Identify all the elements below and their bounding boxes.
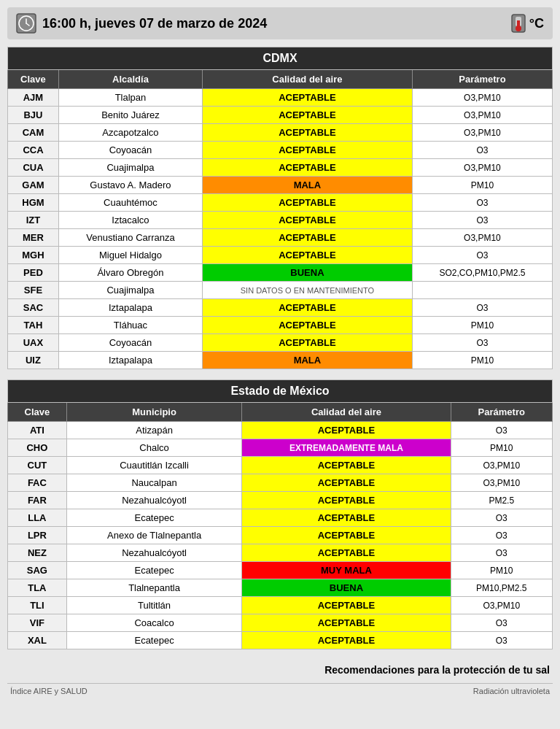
municipio-cell: Cuautitlán Izcalli bbox=[66, 457, 242, 474]
clave-cell: CHO bbox=[8, 439, 67, 457]
parametro-cell: O3 bbox=[451, 509, 553, 527]
clave-cell: NEZ bbox=[8, 544, 67, 562]
clave-cell: CUT bbox=[8, 457, 67, 474]
table-row: LPRAnexo de TlalnepantlaACEPTABLEO3 bbox=[8, 527, 553, 544]
alcaldia-cell: Cuajimalpa bbox=[58, 282, 202, 299]
edomex-col-municipio: Municipio bbox=[66, 403, 242, 422]
clave-cell: UAX bbox=[8, 334, 59, 352]
parametro-cell: O3,PM10 bbox=[412, 159, 552, 177]
clave-cell: CAM bbox=[8, 124, 59, 142]
table-row: NEZNezahualcóyotlACEPTABLEO3 bbox=[8, 544, 553, 562]
calidad-cell: ACEPTABLE bbox=[202, 247, 412, 264]
clave-cell: SAG bbox=[8, 562, 67, 579]
municipio-cell: Nezahualcóyotl bbox=[66, 492, 242, 509]
clave-cell: PED bbox=[8, 264, 59, 282]
table-row: PEDÁlvaro ObregónBUENASO2,CO,PM10,PM2.5 bbox=[8, 264, 553, 282]
cdmx-col-alcaldia: Alcaldía bbox=[58, 70, 202, 89]
edomex-table: Estado de México Clave Municipio Calidad… bbox=[7, 379, 553, 649]
calidad-cell: ACEPTABLE bbox=[202, 194, 412, 212]
edomex-section: Estado de México Clave Municipio Calidad… bbox=[7, 379, 553, 649]
clave-cell: TLI bbox=[8, 597, 67, 614]
clave-cell: SAC bbox=[8, 299, 59, 317]
edomex-col-calidad: Calidad del aire bbox=[242, 403, 451, 422]
footer-bottom: Índice AIRE y SALUD Radiación ultraviole… bbox=[7, 683, 553, 698]
table-row: CAMAzcapotzalcoACEPTABLEO3,PM10 bbox=[8, 124, 553, 142]
table-row: UIZIztapalapaMALAPM10 bbox=[8, 352, 553, 369]
parametro-cell: O3 bbox=[451, 527, 553, 544]
cdmx-col-calidad: Calidad del aire bbox=[202, 70, 412, 89]
municipio-cell: Ecatepec bbox=[66, 562, 242, 579]
parametro-cell: O3,PM10 bbox=[412, 124, 552, 142]
svg-rect-7 bbox=[517, 20, 520, 28]
cdmx-table: CDMX Clave Alcaldía Calidad del aire Par… bbox=[7, 47, 553, 369]
alcaldia-cell: Iztapalapa bbox=[58, 299, 202, 317]
parametro-cell: O3 bbox=[451, 544, 553, 562]
clave-cell: XAL bbox=[8, 632, 67, 649]
calidad-cell: ACEPTABLE bbox=[202, 334, 412, 352]
table-row: TAHTláhuacACEPTABLEPM10 bbox=[8, 317, 553, 334]
table-row: CUACuajimalpaACEPTABLEO3,PM10 bbox=[8, 159, 553, 177]
table-row: FACNaucalpanACEPTABLEO3,PM10 bbox=[8, 474, 553, 492]
cdmx-col-clave: Clave bbox=[8, 70, 59, 89]
calidad-cell: SIN DATOS O EN MANTENIMIENTO bbox=[202, 282, 412, 299]
calidad-cell: ACEPTABLE bbox=[202, 124, 412, 142]
edomex-title: Estado de México bbox=[8, 380, 553, 403]
footer-right: Radiación ultravioleta bbox=[473, 687, 550, 695]
calidad-cell: EXTREMADAMENTE MALA bbox=[242, 439, 451, 457]
calidad-cell: MALA bbox=[202, 352, 412, 369]
parametro-cell: O3,PM10 bbox=[412, 107, 552, 124]
table-row: MGHMiguel HidalgoACEPTABLEO3 bbox=[8, 247, 553, 264]
parametro-cell: O3,PM10 bbox=[412, 229, 552, 247]
calidad-cell: ACEPTABLE bbox=[202, 317, 412, 334]
table-row: CCACoyoacánACEPTABLEO3 bbox=[8, 142, 553, 159]
parametro-cell bbox=[412, 282, 552, 299]
calidad-cell: ACEPTABLE bbox=[242, 614, 451, 632]
calidad-cell: ACEPTABLE bbox=[242, 422, 451, 439]
footer-left: Índice AIRE y SALUD bbox=[10, 687, 88, 695]
calidad-cell: ACEPTABLE bbox=[242, 527, 451, 544]
alcaldia-cell: Venustiano Carranza bbox=[58, 229, 202, 247]
parametro-cell: O3 bbox=[451, 614, 553, 632]
clave-cell: TLA bbox=[8, 579, 67, 597]
table-row: BJUBenito JuárezACEPTABLEO3,PM10 bbox=[8, 107, 553, 124]
edomex-col-parametro: Parámetro bbox=[451, 403, 553, 422]
parametro-cell: O3,PM10 bbox=[451, 474, 553, 492]
clave-cell: ATI bbox=[8, 422, 67, 439]
alcaldia-cell: Álvaro Obregón bbox=[58, 264, 202, 282]
table-row: VIFCoacalcoACEPTABLEO3 bbox=[8, 614, 553, 632]
municipio-cell: Atizapán bbox=[66, 422, 242, 439]
parametro-cell: O3 bbox=[412, 212, 552, 229]
clave-cell: CCA bbox=[8, 142, 59, 159]
calidad-cell: ACEPTABLE bbox=[202, 212, 412, 229]
alcaldia-cell: Miguel Hidalgo bbox=[58, 247, 202, 264]
clave-cell: UIZ bbox=[8, 352, 59, 369]
alcaldia-cell: Cuajimalpa bbox=[58, 159, 202, 177]
parametro-cell: O3,PM10 bbox=[451, 457, 553, 474]
table-row: TLATlalnepantlaBUENAPM10,PM2.5 bbox=[8, 579, 553, 597]
calidad-cell: ACEPTABLE bbox=[202, 142, 412, 159]
table-row: AJMTlalpanACEPTABLEO3,PM10 bbox=[8, 89, 553, 107]
alcaldia-cell: Coyoacán bbox=[58, 142, 202, 159]
header-datetime: 16:00 h, jueves 07 de marzo de 2024 bbox=[42, 16, 267, 31]
parametro-cell: SO2,CO,PM10,PM2.5 bbox=[412, 264, 552, 282]
parametro-cell: O3,PM10 bbox=[412, 89, 552, 107]
calidad-cell: MALA bbox=[202, 177, 412, 194]
table-row: GAMGustavo A. MaderoMALAPM10 bbox=[8, 177, 553, 194]
parametro-cell: O3 bbox=[412, 247, 552, 264]
header-right: °C bbox=[510, 13, 544, 34]
alcaldia-cell: Iztapalapa bbox=[58, 352, 202, 369]
clave-cell: FAC bbox=[8, 474, 67, 492]
calidad-cell: ACEPTABLE bbox=[242, 632, 451, 649]
table-row: IZTIztacalcoACEPTABLEO3 bbox=[8, 212, 553, 229]
clave-cell: CUA bbox=[8, 159, 59, 177]
footer-recommendation: Recomendaciones para la protección de tu… bbox=[7, 660, 553, 680]
header-bar: 16:00 h, jueves 07 de marzo de 2024 °C bbox=[7, 7, 553, 39]
alcaldia-cell: Tlalpan bbox=[58, 89, 202, 107]
header-left: 16:00 h, jueves 07 de marzo de 2024 bbox=[16, 13, 267, 34]
table-row: ATIAtizapánACEPTABLEO3 bbox=[8, 422, 553, 439]
parametro-cell: O3 bbox=[412, 299, 552, 317]
clave-cell: HGM bbox=[8, 194, 59, 212]
cdmx-title: CDMX bbox=[8, 47, 553, 70]
parametro-cell: PM10 bbox=[412, 317, 552, 334]
table-row: CHOChalcoEXTREMADAMENTE MALAPM10 bbox=[8, 439, 553, 457]
